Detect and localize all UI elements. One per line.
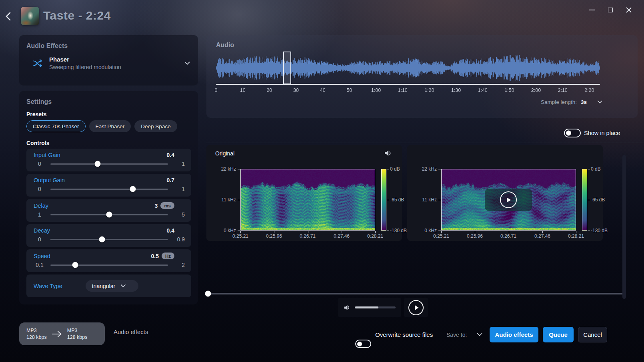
db-tick: -65 dB [591, 197, 605, 203]
preset-fast-phaser[interactable]: Fast Phaser [89, 120, 131, 132]
db-tick: -65 dB [390, 197, 404, 203]
slider-thumb[interactable] [72, 262, 78, 268]
spectrogram-title: Original [215, 150, 234, 157]
control-label: Delay [34, 203, 48, 209]
db-tick: 0 dB [591, 166, 601, 172]
overwrite-label: Overwrite source files [375, 331, 433, 338]
sample-length-label: Sample length: [541, 99, 577, 105]
audio-waveform-panel: Audio 010203040501:001:101:201:301:401:5… [206, 35, 638, 118]
sample-length-row: Sample length: 3s [541, 99, 602, 105]
time-tick: 30 [293, 88, 299, 93]
seek-thumb[interactable] [205, 291, 211, 297]
db-tick: -130 dB [591, 228, 608, 233]
source-bitrate: 128 kbps [26, 334, 47, 341]
volume-icon[interactable] [344, 304, 351, 311]
colorbar [381, 169, 386, 231]
slider-thumb[interactable] [94, 161, 100, 167]
slider-max: 2 [173, 262, 185, 268]
source-format: MP3 [26, 327, 47, 334]
freq-tick: 0 kHz [211, 228, 236, 233]
preview-play-button[interactable] [485, 189, 532, 211]
control-decay: Decay 0.4 0 0.9 [26, 224, 191, 247]
sample-selection-handle[interactable] [283, 52, 291, 84]
cancel-button[interactable]: Cancel [578, 327, 607, 342]
delay-slider[interactable] [50, 214, 168, 215]
speed-slider[interactable] [50, 265, 168, 266]
preset-deep-space[interactable]: Deep Space [134, 120, 177, 132]
time-tick: 1:50 [504, 88, 514, 93]
time-tick: 1:00 [371, 88, 381, 93]
decay-slider[interactable] [50, 239, 168, 240]
time-tick: 40 [320, 88, 326, 93]
colorbar [582, 169, 587, 231]
speaker-icon[interactable] [384, 149, 392, 157]
db-tick: 0 dB [390, 166, 400, 172]
back-button[interactable] [4, 10, 16, 22]
volume-slider[interactable] [355, 306, 396, 308]
slider-min: 0 [34, 236, 46, 243]
time-tick: 0:26.71 [500, 233, 516, 239]
show-in-place-toggle[interactable] [564, 129, 581, 137]
time-tick: 50 [346, 88, 352, 93]
time-tick: 0:28.21 [367, 233, 383, 239]
effect-name: Phaser [49, 56, 121, 63]
sample-length-dropdown[interactable] [597, 100, 602, 104]
input-gain-slider[interactable] [50, 163, 168, 165]
time-tick: 0:25.21 [433, 233, 449, 239]
divider [206, 143, 644, 143]
audio-effects-button[interactable]: Audio effects [490, 327, 538, 342]
control-value: 0.7 [167, 177, 174, 183]
control-label: Wave Type [34, 283, 62, 289]
time-tick: 1:30 [451, 88, 461, 93]
show-in-place-label: Show in place [584, 130, 620, 136]
time-tick: 0 [215, 88, 218, 93]
slider-thumb[interactable] [99, 237, 105, 243]
save-to-dropdown[interactable] [477, 333, 482, 336]
conversion-summary: MP3 128 kbps MP3 128 kbps [19, 322, 105, 345]
time-tick: 1:10 [398, 88, 407, 93]
save-to-label: Save to: [446, 332, 467, 338]
wave-type-select[interactable]: triangular [86, 280, 138, 292]
play-button[interactable] [408, 300, 424, 315]
slider-max: 1 [173, 186, 185, 192]
waveform[interactable] [216, 53, 600, 83]
effect-description: Sweeping filtered modulation [49, 64, 121, 70]
slider-thumb[interactable] [106, 212, 112, 218]
seek-slider[interactable] [208, 293, 626, 294]
output-gain-slider[interactable] [50, 189, 168, 190]
maximize-button[interactable] [606, 6, 614, 14]
target-format: MP3 [67, 327, 88, 334]
freq-tick: 11 kHz [211, 197, 236, 203]
preset-classic-70s-phaser[interactable]: Classic 70s Phaser [26, 120, 86, 132]
db-tick: -130 dB [390, 228, 407, 233]
chevron-down-icon [121, 284, 126, 288]
spectrogram-panel-original: Original 22 kHz 11 kHz 0 kHz 0 dB -65 dB… [206, 145, 402, 241]
time-tick: 10 [240, 88, 246, 93]
scrollbar[interactable] [622, 155, 626, 299]
minimize-button[interactable] [588, 6, 596, 14]
effect-selector[interactable]: Phaser Sweeping filtered modulation [26, 56, 192, 70]
audio-heading: Audio [216, 42, 234, 49]
wave-type-value: triangular [92, 283, 115, 289]
slider-thumb[interactable] [130, 186, 136, 192]
time-axis-line [216, 84, 600, 85]
controls-heading: Controls [26, 140, 50, 146]
overwrite-source-toggle[interactable] [355, 340, 371, 348]
effect-summary-label: Audio effects [114, 328, 148, 335]
control-label: Output Gain [34, 177, 65, 183]
time-tick: 0:25.21 [232, 233, 248, 239]
time-axis: 010203040501:001:101:201:301:401:502:002… [216, 88, 600, 94]
time-tick: 0:28.21 [568, 233, 584, 239]
target-bitrate: 128 kbps [67, 334, 88, 341]
slider-min: 0 [34, 186, 46, 192]
shuffle-icon [33, 59, 44, 68]
chevron-down-icon [477, 333, 482, 336]
close-button[interactable] [625, 6, 633, 14]
time-tick: 2:10 [558, 88, 567, 93]
control-label: Input Gain [34, 152, 60, 158]
time-tick: 2:20 [584, 88, 594, 93]
volume-control [338, 298, 401, 317]
queue-button[interactable]: Queue [543, 327, 574, 342]
slider-min: 0 [34, 161, 46, 167]
sample-length-value: 3s [581, 99, 587, 105]
